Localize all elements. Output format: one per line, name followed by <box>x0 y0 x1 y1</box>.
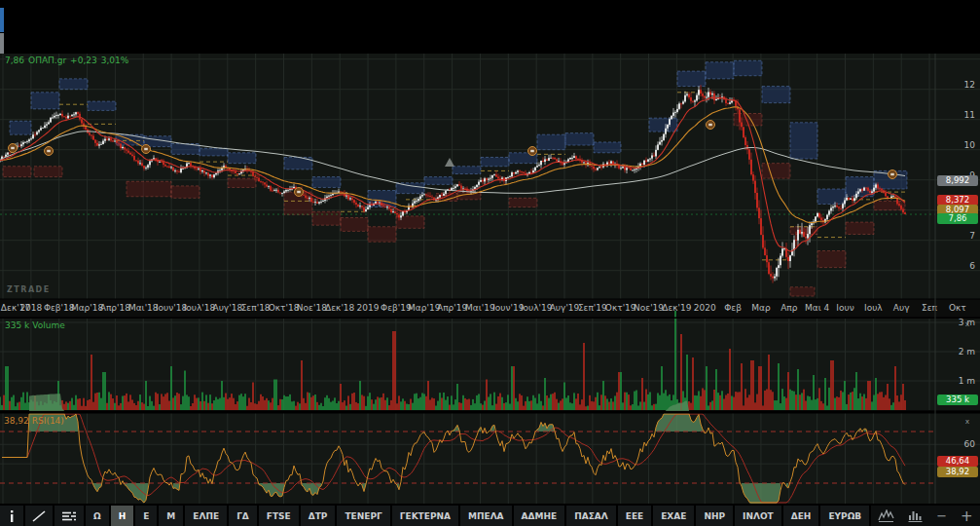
toolbar-button-symbol-14[interactable]: ΕΧΑΕ <box>653 506 696 526</box>
svg-text:11: 11 <box>964 110 975 120</box>
toolbar-button-symbol-11[interactable]: ΑΔΜΗΕ <box>514 506 567 526</box>
svg-text:Απρ'18: Απρ'18 <box>100 303 130 313</box>
svg-text:Αυγ: Αυγ <box>893 303 910 313</box>
toolbar-button-symbol-10[interactable]: ΜΠΕΛΑ <box>460 506 514 526</box>
volume-pane-close-button[interactable]: x <box>962 319 973 328</box>
rsi-current-value: 38,92 <box>4 416 29 426</box>
toolbar-button-symbol-7[interactable]: ΔΤΡ <box>301 506 338 526</box>
toolbar-button-timeframe-0[interactable]: Ω <box>86 506 111 526</box>
svg-text:7: 7 <box>969 231 975 241</box>
toolbar-button-timeframe-1[interactable]: Η <box>111 506 136 526</box>
svg-text:2020: 2020 <box>694 303 716 313</box>
svg-text:Οκτ: Οκτ <box>949 303 966 313</box>
toolbar-button-symbol-17[interactable]: ΔΕΗ <box>783 506 821 526</box>
toolbar-button-group: ΩΗΕΜΕΛΠΕΓΔFTSEΔΤΡΤΕΝΕΡΓΓΕΚΤΕΡΝΑΜΠΕΛΑΑΔΜΗ… <box>0 506 871 526</box>
draw-tool-button[interactable] <box>25 506 54 526</box>
svg-text:Απρ: Απρ <box>780 303 798 313</box>
svg-text:Δεκ'19: Δεκ'19 <box>662 303 692 313</box>
toolbar-button-symbol-13[interactable]: ΕΕΕ <box>618 506 653 526</box>
svg-text:Μαρ'19: Μαρ'19 <box>408 303 441 313</box>
volume-current-value: 335 k <box>5 320 29 330</box>
svg-text:60: 60 <box>964 439 976 449</box>
trading-chart-app: Δεκ'172018Φεβ'18Μαρ'18Απρ'18Μαι'18Ιουν'1… <box>0 0 980 526</box>
svg-text:Σεπ'19: Σεπ'19 <box>578 303 607 313</box>
svg-text:Απρ'19: Απρ'19 <box>437 303 467 313</box>
svg-text:Μαι'18: Μαι'18 <box>128 303 159 313</box>
indicator-list-icon <box>61 510 77 522</box>
svg-text:Δεκ'18: Δεκ'18 <box>325 303 355 313</box>
toolbar-button-timeframe-2[interactable]: Ε <box>135 506 159 526</box>
svg-text:Νοε'18: Νοε'18 <box>297 303 327 313</box>
rsi-value-badge: 38,92 <box>937 467 978 477</box>
info-button[interactable] <box>0 506 25 526</box>
svg-text:2019: 2019 <box>357 303 380 313</box>
chart-zoom-controls: − + <box>871 506 980 526</box>
svg-text:Αυγ'19: Αυγ'19 <box>550 303 580 313</box>
svg-text:Οκτ'18: Οκτ'18 <box>269 303 300 313</box>
svg-text:Μαι 4: Μαι 4 <box>805 303 830 313</box>
svg-text:2018: 2018 <box>19 303 42 313</box>
svg-text:Φεβ: Φεβ <box>724 303 742 313</box>
svg-text:Μαι'19: Μαι'19 <box>465 303 495 313</box>
bottom-toolbar: ΩΗΕΜΕΛΠΕΓΔFTSEΔΤΡΤΕΝΕΡΓΓΕΚΤΕΡΝΑΜΠΕΛΑΑΔΜΗ… <box>0 506 980 526</box>
toolbar-button-symbol-5[interactable]: ΓΔ <box>229 506 259 526</box>
ticker-change: +0,23 <box>70 56 97 65</box>
toolbar-button-symbol-8[interactable]: ΤΕΝΕΡΓ <box>337 506 391 526</box>
ma-slow-price-badge: 8,992 <box>937 175 978 186</box>
toolbar-button-symbol-15[interactable]: ΝΗΡ <box>696 506 735 526</box>
svg-text:Ιουν: Ιουν <box>836 303 853 313</box>
ticker-symbol: ΟΠΑΠ.gr <box>28 56 66 65</box>
rsi-pane-label: 38,92RSI(14) <box>4 416 67 426</box>
volume-axis-badge: 335 k <box>937 394 978 405</box>
bar-chart-style-button[interactable] <box>901 506 929 526</box>
last-price-badge: 7,86 <box>937 213 978 224</box>
toolbar-button-symbol-6[interactable]: FTSE <box>259 506 301 526</box>
toolbar-button-symbol-4[interactable]: ΕΛΠΕ <box>185 506 229 526</box>
toolbar-button-timeframe-3[interactable]: Μ <box>159 506 185 526</box>
info-icon <box>7 510 17 522</box>
svg-text:Οκτ'19: Οκτ'19 <box>605 303 636 313</box>
line-chart-icon <box>878 509 894 522</box>
bar-chart-icon <box>908 509 923 522</box>
rsi-ma-badge: 46,64 <box>937 456 978 467</box>
toolbar-button-symbol-18[interactable]: ΕΥΡΩΒ <box>820 506 871 526</box>
ticker-change-pct: 3,01% <box>101 56 129 65</box>
svg-text:Ιουλ'19: Ιουλ'19 <box>521 303 553 313</box>
svg-text:Μαρ: Μαρ <box>751 303 771 313</box>
ticker-last-price: 7,86 <box>5 56 24 65</box>
volume-pane-label: 335 kVolume <box>5 320 68 330</box>
svg-text:Μαρ'18: Μαρ'18 <box>71 303 104 313</box>
rsi-indicator-name: RSI(14) <box>32 416 64 426</box>
svg-text:Σεπ'18: Σεπ'18 <box>241 303 271 313</box>
svg-text:Αυγ'18: Αυγ'18 <box>212 303 242 313</box>
indicator-list-button[interactable] <box>54 506 86 526</box>
svg-text:10: 10 <box>964 140 976 150</box>
toolbar-button-symbol-16[interactable]: ΙΝΛΟΤ <box>735 506 783 526</box>
svg-text:Ιουν'19: Ιουν'19 <box>492 303 525 313</box>
svg-text:Νοε'19: Νοε'19 <box>634 303 664 313</box>
trendline-tool-icon <box>32 510 46 522</box>
ticker-info: 7,86ΟΠΑΠ.gr+0,233,01% <box>5 56 132 65</box>
toolbar-button-symbol-12[interactable]: ΠΑΣΑΛ <box>566 506 618 526</box>
line-chart-style-button[interactable] <box>871 506 901 526</box>
svg-text:1 m: 1 m <box>959 376 975 386</box>
zoom-out-button[interactable]: − <box>929 506 954 526</box>
platform-watermark: ZTRADE <box>7 285 51 295</box>
svg-text:2 m: 2 m <box>959 347 975 357</box>
zoom-in-button[interactable]: + <box>954 506 980 526</box>
toolbar-button-symbol-9[interactable]: ΓΕΚΤΕΡΝΑ <box>392 506 460 526</box>
price-chart-canvas[interactable]: Δεκ'172018Φεβ'18Μαρ'18Απρ'18Μαι'18Ιουν'1… <box>0 0 980 506</box>
rsi-pane-close-button[interactable]: x <box>962 416 973 426</box>
svg-text:Ιουλ: Ιουλ <box>864 303 883 313</box>
svg-text:6: 6 <box>969 261 975 271</box>
volume-indicator-name: Volume <box>32 320 64 330</box>
svg-text:Ιουλ'18: Ιουλ'18 <box>184 303 216 313</box>
svg-text:12: 12 <box>964 80 975 90</box>
